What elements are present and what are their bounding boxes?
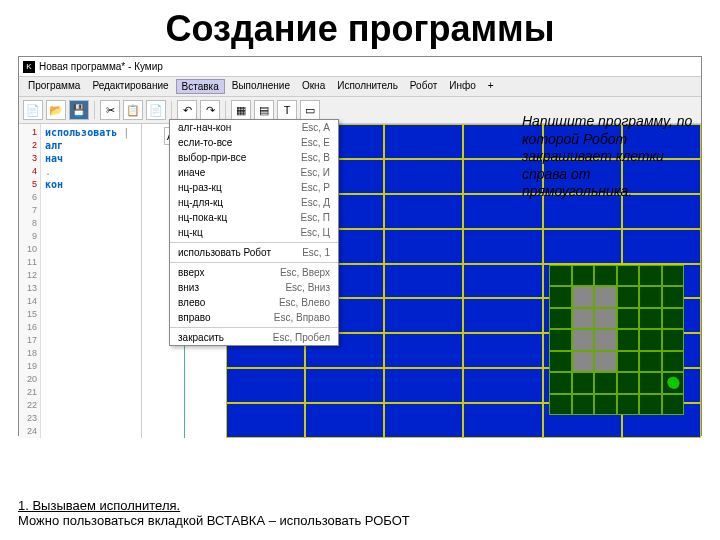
separator bbox=[94, 101, 95, 119]
menu-item[interactable]: Робот bbox=[405, 79, 442, 94]
window-title: Новая программа* - Кумир bbox=[39, 61, 163, 72]
open-icon[interactable]: 📂 bbox=[46, 100, 66, 120]
dropdown-item[interactable]: вправоEsc, Вправо bbox=[170, 310, 338, 325]
dropdown-item[interactable]: закраситьEsc, Пробел bbox=[170, 330, 338, 345]
dropdown-item[interactable]: использовать РоботEsc, 1 bbox=[170, 245, 338, 260]
grid-icon[interactable]: ▦ bbox=[231, 100, 251, 120]
dropdown-item[interactable]: нц-пока-кцEsc, П bbox=[170, 210, 338, 225]
code-line: алг bbox=[45, 140, 63, 151]
redo-icon[interactable]: ↷ bbox=[200, 100, 220, 120]
task-text: Напишите программу, по которой Робот зак… bbox=[522, 113, 702, 201]
doc-icon[interactable]: ▭ bbox=[300, 100, 320, 120]
dropdown-item[interactable]: вверхEsc, Вверх bbox=[170, 265, 338, 280]
code-line: использовать bbox=[45, 127, 117, 138]
file-icon[interactable]: 📄 bbox=[23, 100, 43, 120]
menu-item[interactable]: Исполнитель bbox=[332, 79, 403, 94]
titlebar: K Новая программа* - Кумир bbox=[19, 57, 701, 77]
copy-icon[interactable]: 📋 bbox=[123, 100, 143, 120]
dropdown-item[interactable]: внизEsc, Вниз bbox=[170, 280, 338, 295]
footer: 1. Вызываем исполнителя. Можно пользоват… bbox=[18, 498, 410, 528]
dropdown-item[interactable]: нц-для-кцEsc, Д bbox=[170, 195, 338, 210]
cut-icon[interactable]: ✂ bbox=[100, 100, 120, 120]
dropdown-item[interactable]: алг-нач-конEsc, A bbox=[170, 120, 338, 135]
mini-field bbox=[549, 265, 684, 415]
menubar[interactable]: ПрограммаРедактированиеВставкаВыполнение… bbox=[19, 77, 701, 97]
text-icon[interactable]: T bbox=[277, 100, 297, 120]
paste-icon[interactable]: 📄 bbox=[146, 100, 166, 120]
footer-step: 1. Вызываем исполнителя. bbox=[18, 498, 410, 513]
dropdown-item[interactable]: нц-раз-кцEsc, P bbox=[170, 180, 338, 195]
insert-dropdown[interactable]: алг-нач-конEsc, Aесли-то-всеEsc, Eвыбор-… bbox=[169, 119, 339, 346]
save-icon[interactable]: 💾 bbox=[69, 100, 89, 120]
separator bbox=[171, 101, 172, 119]
menu-item[interactable]: Выполнение bbox=[227, 79, 295, 94]
menu-item[interactable]: Вставка bbox=[176, 79, 225, 94]
dropdown-item[interactable]: если-то-всеEsc, E bbox=[170, 135, 338, 150]
dropdown-item[interactable]: влевоEsc, Влево bbox=[170, 295, 338, 310]
undo-icon[interactable]: ↶ bbox=[177, 100, 197, 120]
menu-item[interactable]: Программа bbox=[23, 79, 85, 94]
menu-item[interactable]: + bbox=[483, 79, 499, 94]
code-editor[interactable]: использовать | алг нач . кон bbox=[41, 124, 141, 438]
menu-item[interactable]: Редактирование bbox=[87, 79, 173, 94]
menu-item[interactable]: Инфо bbox=[444, 79, 481, 94]
line-gutter: 123456789101112131415161718192021222324 bbox=[19, 124, 41, 438]
dropdown-item[interactable]: выбор-при-всеEsc, B bbox=[170, 150, 338, 165]
separator bbox=[225, 101, 226, 119]
menu-item[interactable]: Окна bbox=[297, 79, 330, 94]
grid2-icon[interactable]: ▤ bbox=[254, 100, 274, 120]
dropdown-item[interactable]: нц-кцEsc, Ц bbox=[170, 225, 338, 240]
app-icon: K bbox=[23, 61, 35, 73]
code-line: . bbox=[45, 166, 51, 177]
code-line: кон bbox=[45, 179, 63, 190]
dropdown-item[interactable]: иначеEsc, И bbox=[170, 165, 338, 180]
page-title: Создание программы bbox=[0, 0, 720, 56]
code-line: нач bbox=[45, 153, 63, 164]
footer-hint: Можно пользоваться вкладкой ВСТАВКА – ис… bbox=[18, 513, 410, 528]
